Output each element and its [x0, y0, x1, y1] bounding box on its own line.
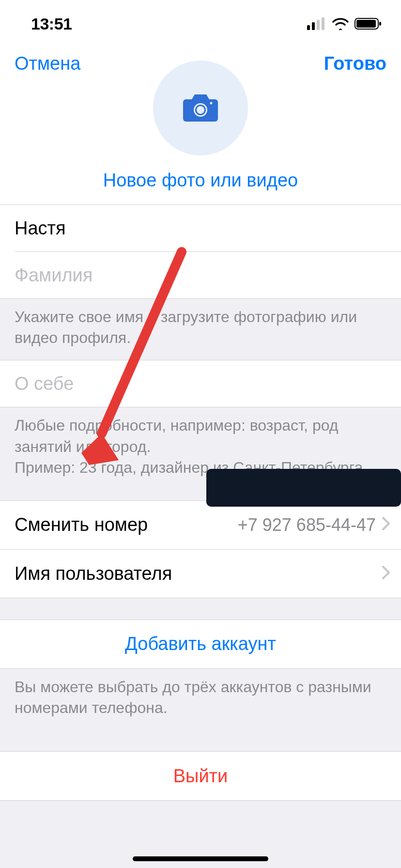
username-row[interactable]: Имя пользователя — [0, 549, 401, 598]
camera-icon — [181, 93, 220, 124]
bio-field[interactable] — [15, 360, 386, 407]
cellular-icon — [307, 17, 326, 30]
redaction-overlay — [206, 469, 401, 507]
set-photo-link[interactable]: Новое фото или видео — [103, 170, 298, 191]
logout-label: Выйти — [15, 766, 386, 787]
add-account-group: Добавить аккаунт — [0, 620, 401, 669]
cancel-button[interactable]: Отмена — [15, 53, 80, 74]
add-account-hint: Вы можете выбрать до трёх аккаунтов с ра… — [0, 669, 401, 730]
username-label: Имя пользователя — [15, 563, 172, 584]
bio-group — [0, 360, 401, 407]
wifi-icon — [331, 17, 350, 30]
chevron-right-icon — [382, 514, 390, 535]
svg-point-10 — [210, 102, 213, 105]
account-group: Сменить номер +7 927 685-44-47 Имя польз… — [0, 500, 401, 598]
status-icons — [307, 17, 383, 30]
change-number-label: Сменить номер — [15, 514, 148, 535]
svg-rect-2 — [317, 20, 320, 30]
name-hint: Укажите свое имя и загрузите фотографию … — [0, 299, 401, 360]
done-button[interactable]: Готово — [324, 53, 386, 74]
add-account-label: Добавить аккаунт — [15, 634, 386, 654]
avatar-placeholder[interactable] — [153, 61, 248, 155]
bio-hint-line1: Любые подробности, например: возраст, ро… — [15, 415, 386, 457]
home-indicator — [133, 856, 268, 861]
svg-rect-5 — [356, 20, 376, 28]
phone-value: +7 927 685-44-47 — [238, 515, 376, 535]
add-account-row[interactable]: Добавить аккаунт — [0, 620, 401, 668]
logout-row[interactable]: Выйти — [0, 752, 401, 800]
svg-rect-1 — [312, 22, 315, 30]
first-name-field[interactable] — [15, 205, 386, 251]
svg-rect-6 — [379, 22, 381, 26]
svg-rect-0 — [307, 25, 310, 30]
header-section: Отмена Готово Новое фото или видео — [0, 43, 401, 204]
chevron-right-icon — [382, 563, 390, 584]
svg-point-9 — [197, 106, 204, 114]
name-group — [0, 204, 401, 299]
last-name-field[interactable] — [15, 252, 386, 298]
logout-group: Выйти — [0, 751, 401, 801]
status-bar: 13:51 — [0, 0, 401, 43]
change-number-row[interactable]: Сменить номер +7 927 685-44-47 — [0, 501, 401, 549]
svg-rect-3 — [322, 17, 324, 30]
status-time: 13:51 — [31, 15, 72, 33]
battery-icon — [355, 17, 383, 30]
